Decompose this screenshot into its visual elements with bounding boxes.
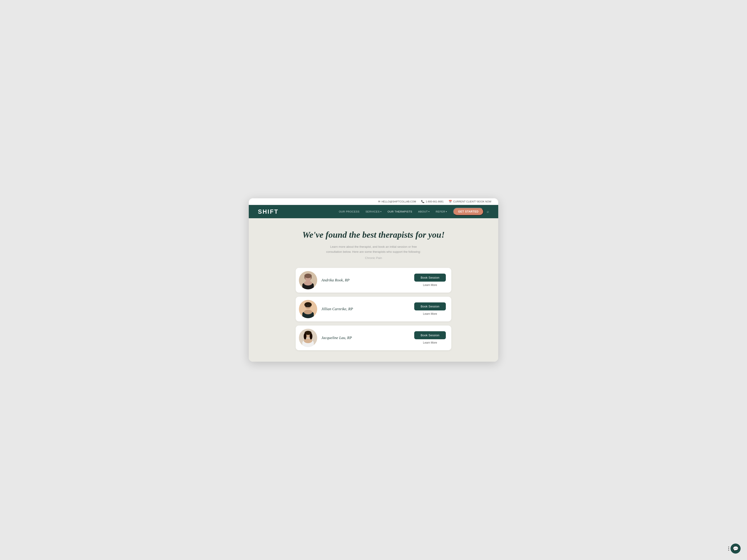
nav-links: OUR PROCESS SERVICES ▾ OUR THERAPISTS AB… bbox=[336, 208, 489, 215]
svg-point-19 bbox=[304, 333, 306, 340]
calendar-icon: 📅 bbox=[448, 200, 452, 203]
therapist-name-3: Jacqueline Lau, RP bbox=[321, 336, 414, 340]
avatar-andrika bbox=[299, 271, 317, 289]
email-bar-item[interactable]: ✉ HELLO@SHIFTCOLLAB.COM bbox=[378, 200, 416, 203]
book-session-button-1[interactable]: Book Session bbox=[414, 274, 446, 282]
therapist-card-2: Jillian Carnrike, RP Book Session Learn … bbox=[296, 297, 451, 321]
services-chevron-icon: ▾ bbox=[380, 210, 382, 213]
phone-icon: 📞 bbox=[421, 200, 424, 203]
site-logo[interactable]: SHIFT bbox=[258, 208, 279, 215]
svg-point-6 bbox=[304, 274, 312, 278]
book-now-bar-item[interactable]: 📅 CURRENT CLIENT? BOOK NOW bbox=[448, 200, 491, 203]
svg-point-20 bbox=[310, 333, 312, 340]
chat-dot-1 bbox=[728, 546, 729, 548]
learn-more-button-1[interactable]: Learn More bbox=[423, 284, 437, 287]
book-session-button-2[interactable]: Book Session bbox=[414, 302, 446, 311]
learn-more-button-2[interactable]: Learn More bbox=[423, 312, 437, 316]
therapist-name-1: Andrika Rook, RP bbox=[321, 278, 414, 283]
svg-point-9 bbox=[304, 310, 312, 314]
refer-chevron-icon: ▾ bbox=[446, 210, 447, 213]
card-actions-1: Book Session Learn More bbox=[414, 274, 446, 287]
chat-dots bbox=[728, 546, 729, 551]
hero-subtitle: Learn more about the therapist, and book… bbox=[326, 244, 421, 255]
avatar-jillian bbox=[299, 300, 317, 318]
hero-section: We've found the best therapists for you!… bbox=[258, 230, 489, 260]
email-text: HELLO@SHIFTCOLLAB.COM bbox=[382, 200, 416, 203]
chat-bubble-icon: 💬 bbox=[733, 546, 739, 551]
card-actions-2: Book Session Learn More bbox=[414, 302, 446, 316]
email-icon: ✉ bbox=[378, 200, 380, 203]
get-started-button[interactable]: GET STARTED bbox=[453, 208, 484, 215]
nav-about[interactable]: ABOUT ▾ bbox=[416, 209, 432, 214]
nav-our-process[interactable]: OUR PROCESS bbox=[336, 209, 362, 214]
therapist-name-2: Jillian Carnrike, RP bbox=[321, 307, 414, 311]
book-now-text: CURRENT CLIENT? BOOK NOW bbox=[453, 200, 491, 203]
phone-text: 1-800-661-8681 bbox=[426, 200, 443, 203]
chat-dot-2 bbox=[728, 548, 729, 549]
svg-point-18 bbox=[307, 332, 309, 334]
phone-bar-item[interactable]: 📞 1-800-661-8681 bbox=[421, 200, 443, 203]
learn-more-button-3[interactable]: Learn More bbox=[423, 341, 437, 344]
about-chevron-icon: ▾ bbox=[429, 210, 430, 213]
card-actions-3: Book Session Learn More bbox=[414, 331, 446, 344]
top-bar: ✉ HELLO@SHIFTCOLLAB.COM 📞 1-800-661-8681… bbox=[249, 198, 498, 205]
browser-frame: ✉ HELLO@SHIFTCOLLAB.COM 📞 1-800-661-8681… bbox=[249, 198, 498, 362]
therapist-card-3: Jacqueline Lau, RP Book Session Learn Mo… bbox=[296, 325, 451, 350]
nav-refer[interactable]: REFER ▾ bbox=[434, 209, 449, 214]
nav-services[interactable]: SERVICES ▾ bbox=[363, 209, 384, 214]
hero-title: We've found the best therapists for you! bbox=[258, 230, 489, 240]
therapist-list: Andrika Rook, RP Book Session Learn More bbox=[296, 268, 451, 350]
hero-tag: Chronic Pain bbox=[258, 256, 489, 260]
chat-widget[interactable]: 💬 bbox=[728, 543, 741, 554]
navbar: SHIFT OUR PROCESS SERVICES ▾ OUR THERAPI… bbox=[249, 205, 498, 218]
chat-bubble-button[interactable]: 💬 bbox=[730, 543, 741, 554]
book-session-button-3[interactable]: Book Session bbox=[414, 331, 446, 339]
chat-dot-3 bbox=[728, 550, 729, 551]
main-content: We've found the best therapists for you!… bbox=[249, 218, 498, 362]
search-icon[interactable]: ⌕ bbox=[487, 210, 489, 214]
avatar-jacqueline bbox=[299, 329, 317, 347]
therapist-card-1: Andrika Rook, RP Book Session Learn More bbox=[296, 268, 451, 293]
nav-our-therapists[interactable]: OUR THERAPISTS bbox=[385, 209, 414, 214]
